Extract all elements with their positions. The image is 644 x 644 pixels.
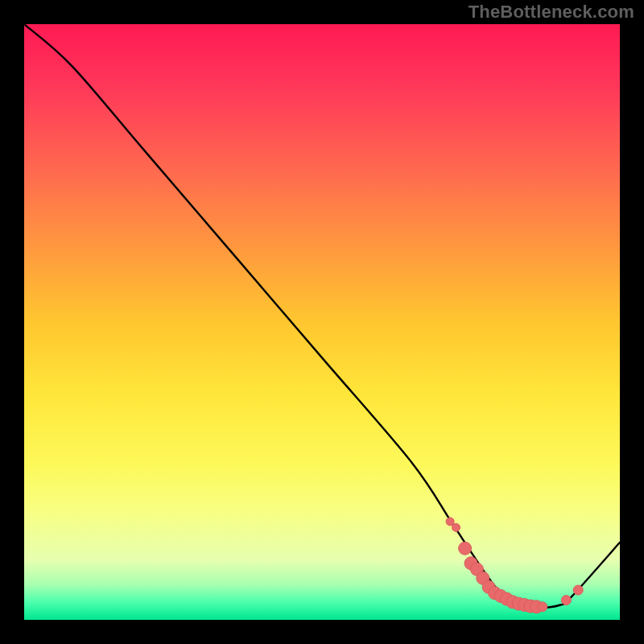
- marker-point: [452, 523, 460, 531]
- marker-point: [446, 518, 454, 526]
- marker-point: [561, 596, 571, 605]
- marker-point: [538, 602, 547, 612]
- highlight-markers: [446, 518, 583, 613]
- marker-point: [573, 585, 583, 595]
- watermark-text: TheBottleneck.com: [469, 2, 634, 23]
- curve-layer: [24, 24, 620, 620]
- plot-area: [24, 24, 620, 620]
- chart-frame: TheBottleneck.com: [0, 0, 644, 644]
- bottleneck-curve: [24, 24, 620, 609]
- marker-point: [459, 542, 472, 555]
